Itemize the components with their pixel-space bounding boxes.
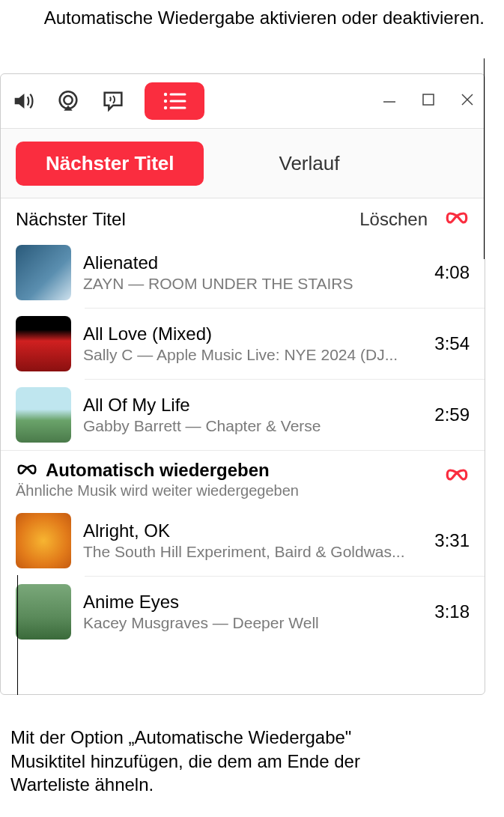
autoplay-toggle-icon[interactable] <box>444 209 470 230</box>
track-duration: 3:31 <box>434 530 470 551</box>
queue-tabs: Nächster Titel Verlauf <box>1 128 485 198</box>
track-row[interactable]: Anime Eyes Kacey Musgraves — Deeper Well… <box>1 577 485 647</box>
infinity-icon <box>16 460 38 481</box>
callout-line <box>484 73 485 259</box>
callout-line <box>17 575 18 695</box>
track-row[interactable]: Alright, OK The South Hill Experiment, B… <box>1 505 485 576</box>
svg-rect-9 <box>423 94 434 105</box>
album-art <box>16 245 71 300</box>
callout-line <box>484 58 485 73</box>
svg-point-1 <box>64 96 72 104</box>
track-subtitle: Kacey Musgraves — Deeper Well <box>83 614 427 632</box>
lyrics-icon[interactable] <box>100 88 127 115</box>
svg-point-6 <box>164 106 167 109</box>
track-duration: 3:18 <box>434 601 470 622</box>
autoplay-subtitle: Ähnliche Musik wird weiter wiedergegeben <box>16 482 444 499</box>
track-title: Alright, OK <box>83 520 427 541</box>
svg-point-2 <box>164 93 167 96</box>
queue-window: Nächster Titel Verlauf Nächster Titel Lö… <box>0 73 485 695</box>
track-duration: 3:54 <box>434 333 470 354</box>
track-subtitle: The South Hill Experiment, Baird & Goldw… <box>83 543 427 561</box>
autoplay-header: Automatisch wiedergeben Ähnliche Musik w… <box>1 450 485 505</box>
toolbar <box>1 74 485 128</box>
svg-point-4 <box>164 100 167 103</box>
track-title: Anime Eyes <box>83 592 427 613</box>
track-title: All Love (Mixed) <box>83 324 427 344</box>
album-art <box>16 387 71 443</box>
callout-bottom: Mit der Option „Automatische Wiedergabe"… <box>10 726 385 796</box>
maximize-button[interactable] <box>420 91 437 111</box>
track-duration: 2:59 <box>434 404 470 425</box>
track-title: Alienated <box>83 252 427 273</box>
album-art <box>16 513 71 568</box>
track-title: All Of My Life <box>83 395 427 416</box>
callout-top: Automatische Wiedergabe aktivieren oder … <box>44 6 485 29</box>
close-button[interactable] <box>459 91 476 111</box>
volume-icon[interactable] <box>10 88 37 115</box>
album-art <box>16 584 71 640</box>
window-controls <box>381 74 476 128</box>
track-duration: 4:08 <box>434 262 470 283</box>
track-row[interactable]: All Love (Mixed) Sally C — Apple Music L… <box>1 309 485 379</box>
tab-history[interactable]: Verlauf <box>226 152 339 175</box>
track-row[interactable]: All Of My Life Gabby Barrett — Chapter &… <box>1 380 485 450</box>
tab-next[interactable]: Nächster Titel <box>16 142 204 186</box>
section-title: Nächster Titel <box>16 209 359 230</box>
airplay-icon[interactable] <box>55 88 82 115</box>
minimize-button[interactable] <box>381 91 398 111</box>
autoplay-title: Automatisch wiedergeben <box>46 460 270 481</box>
autoplay-toggle-icon[interactable] <box>444 460 470 485</box>
track-subtitle: ZAYN — ROOM UNDER THE STAIRS <box>83 275 427 293</box>
clear-button[interactable]: Löschen <box>359 209 428 230</box>
track-row[interactable]: Alienated ZAYN — ROOM UNDER THE STAIRS 4… <box>1 237 485 308</box>
queue-list: Alienated ZAYN — ROOM UNDER THE STAIRS 4… <box>1 237 485 450</box>
track-subtitle: Gabby Barrett — Chapter & Verse <box>83 417 427 435</box>
autoplay-list: Alright, OK The South Hill Experiment, B… <box>1 505 485 647</box>
album-art <box>16 316 71 371</box>
track-subtitle: Sally C — Apple Music Live: NYE 2024 (DJ… <box>83 346 427 364</box>
queue-button[interactable] <box>145 82 204 120</box>
section-header: Nächster Titel Löschen <box>1 198 485 237</box>
